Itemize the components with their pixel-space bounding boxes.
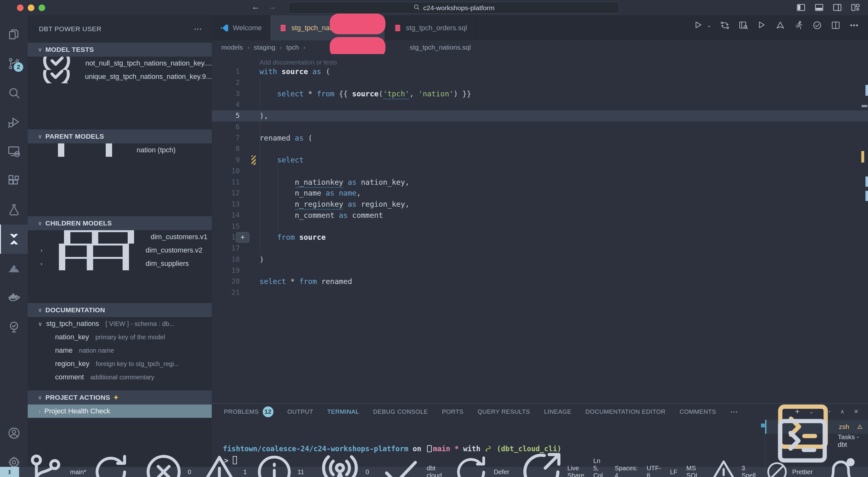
- panel-close-icon[interactable]: ✕: [854, 408, 859, 415]
- tree-item-unique-stg-tpch-nations-nation-key-9-[interactable]: unique_stg_tpch_nations_nation_key.9...: [28, 70, 212, 83]
- window-minimize-button[interactable]: [28, 4, 34, 11]
- status-ports-forwarded[interactable]: 0: [312, 467, 373, 477]
- status-encoding[interactable]: UTF-8: [642, 467, 666, 477]
- tree-item-dim-customers-v1[interactable]: dim_customers.v1: [28, 230, 212, 244]
- tree-item-comment[interactable]: commentadditional commentary: [28, 371, 212, 384]
- code-line-6[interactable]: 6: [212, 122, 868, 133]
- status-eol[interactable]: LF: [665, 467, 682, 477]
- panel-tab-documentation-editor[interactable]: DOCUMENTATION EDITOR: [585, 408, 665, 415]
- code-line-3[interactable]: 3 select * from {{ source('tpch', 'natio…: [212, 89, 868, 100]
- code-line-2[interactable]: 2: [212, 77, 868, 89]
- status-indentation[interactable]: Spaces: 4: [610, 467, 642, 477]
- lineage-icon[interactable]: [720, 20, 730, 30]
- toggle-secondary-sidebar-icon[interactable]: [832, 3, 842, 12]
- codelens-add-docs[interactable]: Add documentation or tests: [212, 54, 868, 66]
- status-dbt-cloud[interactable]: dbt cloud: [373, 467, 446, 477]
- window-close-button[interactable]: [17, 4, 24, 11]
- code-line-12[interactable]: 12 n_name as name,: [212, 188, 868, 199]
- status-live-share[interactable]: Live Share: [514, 467, 589, 477]
- tree-item-project-health-check[interactable]: ›Project Health Check: [28, 405, 212, 418]
- panel-tab-problems[interactable]: PROBLEMS12: [224, 406, 274, 417]
- code-line-8[interactable]: 8: [212, 143, 868, 155]
- breadcrumb-item[interactable]: tpch: [286, 43, 299, 51]
- panel-tabs-overflow-icon[interactable]: ⋯: [730, 407, 738, 416]
- activity-item-accounts[interactable]: [0, 418, 28, 448]
- breadcrumb-item[interactable]: staging: [254, 43, 275, 51]
- terminal-sash-handle[interactable]: [761, 423, 765, 428]
- tree-item-dim-customers-v2[interactable]: ›dim_customers.v2: [28, 244, 212, 257]
- code-line-14[interactable]: 14 n_comment as comment: [212, 210, 868, 221]
- terminal-instance-tasks-dbt[interactable]: Tasks - dbt: [765, 434, 868, 448]
- split-editor-icon[interactable]: [831, 20, 841, 30]
- activity-item-dbt-power-user[interactable]: [0, 225, 28, 254]
- code-line-15[interactable]: 15: [212, 221, 868, 232]
- activity-item-run-and-debug[interactable]: [0, 107, 28, 137]
- panel-tab-ports[interactable]: PORTS: [442, 408, 464, 415]
- code-editor[interactable]: Add documentation or tests 1with source …: [212, 54, 868, 403]
- nav-forward-icon[interactable]: →: [268, 2, 276, 12]
- sidebar-more-actions-icon[interactable]: ⋯: [194, 24, 202, 34]
- window-zoom-button[interactable]: [38, 4, 45, 11]
- code-line-4[interactable]: 4: [212, 99, 868, 110]
- section-header-documentation[interactable]: ∨DOCUMENTATION: [28, 303, 212, 317]
- status-git-branch[interactable]: main*: [19, 467, 137, 477]
- activity-item-altimate-ai[interactable]: [0, 254, 28, 283]
- code-line-10[interactable]: 10: [212, 166, 868, 177]
- code-line-13[interactable]: 13 n_regionkey as region_key,: [212, 199, 868, 210]
- panel-maximize-icon[interactable]: ∧: [840, 408, 844, 415]
- activity-item-explorer[interactable]: [0, 20, 28, 49]
- toggle-panel-icon[interactable]: [814, 3, 824, 12]
- panel-tab-query-results[interactable]: QUERY RESULTS: [477, 408, 530, 415]
- status-cursor-position[interactable]: Ln 5, Col 3: [589, 467, 610, 477]
- validate-icon[interactable]: [812, 20, 822, 30]
- panel-tab-lineage[interactable]: LINEAGE: [544, 408, 571, 415]
- status-notifications[interactable]: [817, 467, 865, 477]
- nav-back-icon[interactable]: ←: [252, 2, 260, 12]
- activity-item-todo-tree[interactable]: [0, 312, 28, 342]
- panel-tab-output[interactable]: OUTPUT: [287, 408, 313, 415]
- execute-icon[interactable]: [757, 20, 767, 30]
- query-preview-icon[interactable]: [738, 20, 748, 30]
- activity-item-remote-explorer[interactable]: [0, 137, 28, 166]
- tree-item-name[interactable]: namenation name: [28, 344, 212, 357]
- tree-item-stg-tpch-nations[interactable]: ∨stg_tpch_nations[ VIEW ] - schema : db.…: [28, 317, 212, 331]
- code-line-21[interactable]: 21: [212, 287, 868, 298]
- activity-item-extensions[interactable]: [0, 166, 28, 195]
- code-line-11[interactable]: 11 n_nationkey as nation_key,: [212, 177, 868, 188]
- activity-item-docker[interactable]: [0, 283, 28, 312]
- dbt-logo-icon[interactable]: [775, 20, 785, 30]
- code-line-18[interactable]: 18): [212, 254, 868, 265]
- tab-welcome[interactable]: Welcome: [212, 15, 270, 40]
- run-caret-icon[interactable]: ⌄: [707, 22, 711, 29]
- more-icon[interactable]: [849, 20, 859, 30]
- code-line-1[interactable]: 1with source as (: [212, 66, 868, 77]
- code-line-19[interactable]: 19: [212, 265, 868, 276]
- tree-item-region-key[interactable]: region_keyforeign key to stg_tpch_regi..…: [28, 357, 212, 371]
- customize-layout-icon[interactable]: [850, 3, 860, 12]
- code-line-20[interactable]: 20select * from renamed: [212, 276, 868, 287]
- status-defer[interactable]: Defer: [446, 467, 514, 477]
- section-header-parent-models[interactable]: ∨PARENT MODELS: [28, 129, 212, 143]
- scrollbar-thumb[interactable]: [862, 105, 867, 107]
- tree-item-dim-suppliers[interactable]: ›dim_suppliers: [28, 257, 212, 270]
- runner-icon[interactable]: [794, 20, 804, 30]
- section-header-model-tests[interactable]: ∨MODEL TESTS: [28, 43, 212, 57]
- activity-item-testing[interactable]: [0, 195, 28, 225]
- tree-item-not-null-stg-tpch-nations-nation-key-[interactable]: not_null_stg_tpch_nations_nation_key....: [28, 57, 212, 70]
- code-line-16[interactable]: 16+ from source: [212, 232, 868, 243]
- section-header-children-models[interactable]: ∨CHILDREN MODELS: [28, 216, 212, 230]
- remote-indicator[interactable]: [0, 467, 19, 477]
- code-line-17[interactable]: 17: [212, 243, 868, 254]
- code-line-7[interactable]: 7renamed as (: [212, 133, 868, 144]
- section-header-project-actions[interactable]: ∨PROJECT ACTIONS✦: [28, 390, 212, 405]
- tree-item-nation-tpch-[interactable]: nation (tpch): [28, 143, 212, 157]
- panel-tab-terminal[interactable]: TERMINAL: [327, 408, 359, 415]
- status-prettier[interactable]: Prettier: [760, 467, 817, 477]
- run-dropdown-icon[interactable]: [693, 20, 703, 30]
- status-problems-summary[interactable]: 0111: [137, 467, 312, 477]
- activity-item-search[interactable]: [0, 78, 28, 107]
- status-spell-checker[interactable]: 3 Spell: [704, 467, 761, 477]
- activity-item-source-control[interactable]: 2: [0, 49, 28, 78]
- toggle-primary-sidebar-icon[interactable]: [796, 3, 806, 12]
- breadcrumb-file[interactable]: stg_tpch_nations.sql: [410, 43, 471, 51]
